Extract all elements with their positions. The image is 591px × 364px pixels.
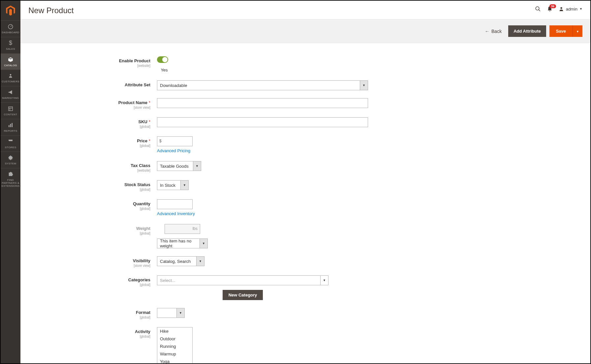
nav-stores[interactable]: STORES — [1, 135, 20, 152]
nav-dashboard[interactable]: DASHBOARD — [1, 20, 20, 37]
activity-option[interactable]: Warmup — [157, 350, 192, 358]
arrow-left-icon: ← — [485, 29, 489, 34]
topbar: New Product 39 admin ▼ — [20, 1, 590, 19]
svg-rect-2 — [9, 107, 13, 111]
chevron-down-icon: ▼ — [579, 7, 582, 11]
svg-rect-3 — [9, 125, 10, 127]
scope-hint: [global] — [28, 283, 150, 287]
toggle-value-label: Yes — [161, 68, 168, 72]
activity-label: Activity — [135, 329, 150, 334]
scope-hint: [website] — [28, 64, 150, 68]
activity-multiselect[interactable]: Hike Outdoor Running Warmup Yoga Recreat… — [157, 327, 193, 363]
save-dropdown-toggle[interactable]: ▼ — [573, 25, 582, 37]
format-label: Format — [136, 310, 150, 315]
nav-marketing[interactable]: MARKETING — [1, 86, 20, 102]
chevron-down-icon: ▼ — [200, 238, 208, 248]
chevron-down-icon: ▼ — [576, 30, 579, 33]
gear-icon — [8, 154, 13, 161]
tax-class-select[interactable]: Taxable Goods ▼ — [157, 161, 201, 171]
user-icon — [559, 6, 564, 12]
megaphone-icon — [8, 89, 14, 96]
dollar-icon: $ — [9, 40, 12, 46]
puzzle-icon — [8, 171, 13, 178]
user-menu[interactable]: admin ▼ — [559, 6, 582, 12]
visibility-label: Visibility — [133, 258, 150, 263]
action-bar: ← Back Add Attribute Save ▼ — [20, 19, 590, 43]
scope-hint: [store view] — [28, 106, 150, 109]
search-button[interactable] — [535, 6, 541, 12]
scope-hint: [global] — [28, 316, 150, 319]
currency-symbol: $ — [159, 139, 162, 143]
chevron-down-icon: ▼ — [360, 80, 368, 90]
bars-icon — [8, 122, 13, 128]
back-button[interactable]: ← Back — [485, 29, 502, 34]
chevron-down-icon: ▼ — [193, 161, 201, 171]
nav-system[interactable]: SYSTEM — [1, 152, 20, 168]
search-icon — [535, 6, 541, 12]
nav-catalog[interactable]: CATALOG — [1, 53, 20, 70]
save-split-button: Save ▼ — [549, 25, 582, 37]
nav-partners[interactable]: FIND PARTNERS & EXTENSIONS — [1, 168, 20, 190]
required-marker: * — [149, 119, 150, 124]
scope-hint: [global] — [28, 207, 150, 210]
format-select[interactable]: ▼ — [157, 308, 185, 318]
scope-hint: [global] — [28, 125, 150, 128]
sku-label: SKU — [138, 119, 147, 124]
activity-option[interactable]: Yoga — [157, 358, 192, 363]
scope-hint: [website] — [28, 169, 150, 172]
svg-point-7 — [560, 7, 562, 9]
activity-option[interactable]: Outdoor — [157, 335, 192, 343]
visibility-select[interactable]: Catalog, Search ▼ — [157, 256, 204, 266]
chevron-down-icon: ▼ — [321, 275, 328, 285]
svg-rect-4 — [10, 124, 11, 127]
layout-icon — [8, 105, 13, 112]
new-category-button[interactable]: New Category — [223, 290, 263, 300]
weight-unit: lbs — [193, 226, 198, 231]
product-form: Enable Product [website] Yes Attribute S… — [20, 43, 590, 363]
price-input[interactable] — [157, 136, 193, 146]
scope-hint: [global] — [28, 144, 150, 148]
admin-sidebar: DASHBOARD $ SALES CATALOG CUSTOMERS MARK… — [1, 1, 20, 363]
product-name-label: Product Name — [118, 100, 147, 105]
categories-select[interactable]: Select... ▼ — [157, 275, 328, 285]
sku-input[interactable] — [157, 117, 368, 127]
scope-hint: [global] — [28, 335, 150, 338]
advanced-pricing-link[interactable]: Advanced Pricing — [157, 148, 190, 153]
save-button[interactable]: Save — [549, 25, 573, 37]
required-marker: * — [149, 100, 150, 105]
categories-label: Categories — [128, 277, 150, 282]
tax-class-label: Tax Class — [131, 163, 150, 168]
enable-product-label: Enable Product — [119, 58, 150, 63]
add-attribute-button[interactable]: Add Attribute — [508, 25, 546, 37]
main-content: New Product 39 admin ▼ ← Back — [20, 1, 590, 363]
scope-hint: [global] — [28, 232, 150, 235]
enable-product-toggle[interactable] — [157, 56, 168, 63]
nav-reports[interactable]: REPORTS — [1, 119, 20, 135]
activity-option[interactable]: Running — [157, 343, 192, 350]
nav-customers[interactable]: CUSTOMERS — [1, 70, 20, 86]
price-label: Price — [137, 138, 147, 143]
svg-point-6 — [536, 7, 539, 10]
activity-option[interactable]: Hike — [157, 327, 192, 335]
store-icon — [8, 138, 14, 145]
quantity-input[interactable] — [157, 199, 193, 209]
attribute-set-label: Attribute Set — [125, 82, 150, 87]
user-name: admin — [566, 7, 577, 12]
has-weight-select[interactable]: This item has no weight ▼ — [157, 238, 208, 248]
nav-content[interactable]: CONTENT — [1, 102, 20, 119]
person-icon — [8, 72, 13, 79]
page-title: New Product — [28, 6, 74, 15]
notifications-button[interactable]: 39 — [547, 6, 553, 12]
stock-status-label: Stock Status — [124, 182, 150, 187]
stock-status-select[interactable]: In Stock ▼ — [157, 180, 189, 190]
attribute-set-select[interactable]: Downloadable ▼ — [157, 80, 368, 90]
nav-sales[interactable]: $ SALES — [1, 37, 20, 53]
box-icon — [8, 56, 14, 63]
advanced-inventory-link[interactable]: Advanced Inventory — [157, 211, 195, 216]
svg-point-1 — [10, 74, 12, 76]
chevron-down-icon: ▼ — [177, 308, 185, 318]
gauge-icon — [8, 23, 14, 30]
magento-logo[interactable] — [4, 4, 17, 17]
scope-hint: [store view] — [28, 264, 150, 267]
product-name-input[interactable] — [157, 98, 368, 108]
